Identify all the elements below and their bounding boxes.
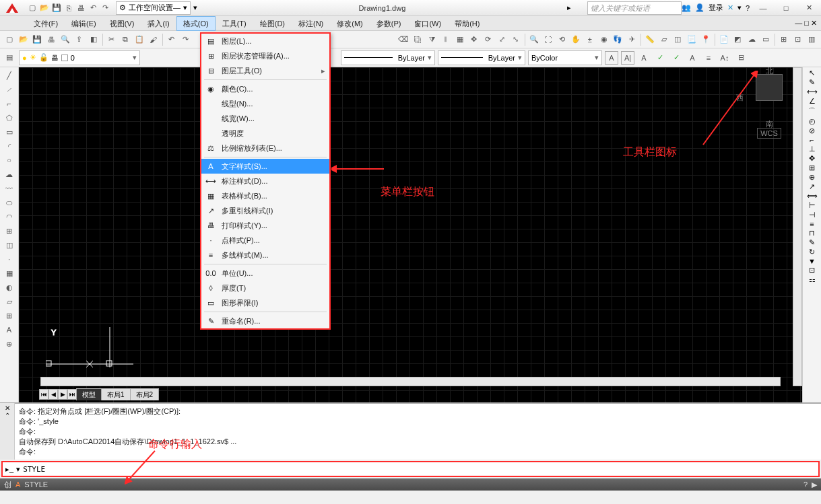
menu-item-textstyle[interactable]: A文字样式(S)... bbox=[201, 159, 329, 174]
table-icon[interactable]: ⊞ bbox=[2, 309, 17, 322]
minimize-button[interactable]: — bbox=[754, 1, 773, 15]
revcloud-icon[interactable]: ☁ bbox=[2, 168, 17, 181]
spline-icon[interactable]: 〰 bbox=[2, 182, 17, 195]
menu-item-rename[interactable]: ✎重命名(R)... bbox=[201, 314, 329, 328]
walk-icon[interactable]: 👣 bbox=[611, 32, 624, 47]
new-icon[interactable]: ▢ bbox=[27, 3, 38, 13]
pline-icon[interactable]: ⌐ bbox=[2, 97, 17, 110]
r-radius-icon[interactable]: ◴ bbox=[809, 117, 816, 126]
scrollbar-horizontal[interactable] bbox=[40, 377, 781, 386]
menu-format[interactable]: 格式(O) bbox=[176, 16, 216, 31]
layer-props-icon[interactable]: ▤ bbox=[3, 51, 16, 65]
cmd-up-icon[interactable]: ⌃ bbox=[5, 412, 10, 419]
mtext-tb-icon[interactable]: A bbox=[605, 51, 618, 65]
menu-file[interactable]: 文件(F) bbox=[27, 16, 65, 31]
paste-tb-icon[interactable]: 📋 bbox=[133, 32, 146, 47]
zoom-rt-icon[interactable]: ± bbox=[583, 32, 597, 47]
copy-tb-icon[interactable]: ⧉ bbox=[119, 32, 132, 47]
login-label[interactable]: 登录 bbox=[709, 3, 723, 13]
tab-next-icon[interactable]: ▶ bbox=[58, 389, 67, 400]
menu-item-thickness[interactable]: ◊厚度(T) bbox=[201, 281, 329, 295]
pan-icon[interactable]: ✋ bbox=[569, 32, 583, 47]
print-icon[interactable]: 🖶 bbox=[75, 3, 86, 13]
menu-item-dimstyle[interactable]: ⟷标注样式(D)... bbox=[201, 174, 329, 188]
menu-draw[interactable]: 绘图(D) bbox=[253, 16, 292, 31]
tab-layout1[interactable]: 布局1 bbox=[101, 388, 131, 400]
workspace-dropdown[interactable]: ⚙ 工作空间设置— ▾ bbox=[116, 1, 191, 15]
signin-icon[interactable]: 👤 bbox=[695, 3, 704, 12]
infocenter-icon[interactable]: 👥 bbox=[682, 3, 691, 12]
arc-icon[interactable]: ◜ bbox=[2, 139, 17, 153]
saveas-icon[interactable]: ⎘ bbox=[63, 3, 74, 13]
cmd-chevron-icon[interactable]: ▾ bbox=[16, 465, 20, 474]
orbit-icon[interactable]: ◉ bbox=[597, 32, 611, 47]
cmd-close-icon[interactable]: ✕ bbox=[5, 404, 10, 412]
r-leader-icon[interactable]: ↗ bbox=[809, 182, 815, 191]
menu-parametric[interactable]: 参数(P) bbox=[370, 16, 408, 31]
menu-item-color[interactable]: ◉颜色(C)... bbox=[201, 81, 329, 96]
erase-tb-icon[interactable]: ⌫ bbox=[397, 32, 411, 47]
textscale-icon[interactable]: A↕ bbox=[718, 51, 731, 65]
r-pencil-icon[interactable]: ✎ bbox=[809, 78, 815, 87]
undo-icon[interactable]: ↶ bbox=[88, 3, 98, 13]
offset-tb-icon[interactable]: ⫴ bbox=[439, 32, 453, 47]
dc-tb-icon[interactable]: ⊡ bbox=[791, 32, 805, 47]
exchange-icon[interactable]: ✕ bbox=[727, 3, 733, 12]
r-dia-icon[interactable]: ⊘ bbox=[809, 127, 815, 135]
app-logo[interactable] bbox=[0, 0, 24, 16]
r-style-icon[interactable]: ⚏ bbox=[809, 275, 816, 284]
save-icon[interactable]: 💾 bbox=[51, 3, 62, 13]
region-tb-icon[interactable]: ◫ bbox=[671, 32, 685, 47]
close-button[interactable]: ✕ bbox=[799, 1, 818, 15]
mirror-tb-icon[interactable]: ⧩ bbox=[425, 32, 438, 47]
point-icon[interactable]: · bbox=[2, 252, 17, 266]
r-filter-icon[interactable]: ▼ bbox=[808, 257, 816, 265]
r-dim-icon[interactable]: ⟷ bbox=[807, 87, 818, 96]
preview-tb-icon[interactable]: 🔍 bbox=[59, 32, 72, 47]
block-icon[interactable]: ◫ bbox=[2, 238, 17, 252]
zoom-win-icon[interactable]: 🔍 bbox=[527, 32, 541, 47]
help-arrow-icon[interactable]: ▾ bbox=[737, 3, 742, 12]
menu-tools[interactable]: 工具(T) bbox=[216, 16, 253, 31]
ellipse-icon[interactable]: ⬭ bbox=[2, 196, 17, 209]
stretch-tb-icon[interactable]: ⤡ bbox=[509, 32, 523, 47]
r-edit-icon[interactable]: ✎ bbox=[809, 238, 815, 247]
viewcube-north[interactable]: 北 bbox=[766, 66, 773, 76]
array-tb-icon[interactable]: ▦ bbox=[453, 32, 467, 47]
menu-item-4[interactable]: 线型(N)... bbox=[201, 96, 329, 111]
r-jog-icon[interactable]: ⌐ bbox=[810, 136, 814, 144]
textcheck-icon[interactable]: ✓ bbox=[669, 51, 683, 65]
textjust-icon[interactable]: ⊟ bbox=[734, 51, 748, 65]
r-break-icon[interactable]: ⊓ bbox=[809, 229, 815, 238]
polygon-icon[interactable]: ⬠ bbox=[2, 111, 17, 124]
r-cross-icon[interactable]: ✥ bbox=[809, 154, 815, 163]
open-tb-icon[interactable]: 📂 bbox=[17, 32, 30, 47]
tab-prev-icon[interactable]: ◀ bbox=[48, 389, 58, 400]
tab-last-icon[interactable]: ⏭ bbox=[67, 389, 77, 400]
menu-item-scale[interactable]: ⚖比例缩放列表(E)... bbox=[201, 141, 329, 155]
new-tb-icon[interactable]: ▢ bbox=[3, 32, 16, 47]
tab-layout2[interactable]: 布局2 bbox=[130, 388, 160, 400]
r-arrow-icon[interactable]: ↖ bbox=[809, 69, 815, 77]
menu-item-6[interactable]: 透明度 bbox=[201, 126, 329, 141]
3ddwf-tb-icon[interactable]: ◧ bbox=[87, 32, 100, 47]
spellcheck-icon[interactable]: ✓ bbox=[653, 51, 667, 65]
match-tb-icon[interactable]: 🖌 bbox=[147, 32, 160, 47]
scrollbar-vertical[interactable] bbox=[793, 67, 802, 386]
r-base-icon[interactable]: ⊢ bbox=[809, 201, 816, 210]
id-tb-icon[interactable]: 📍 bbox=[699, 32, 713, 47]
rect-icon[interactable]: ▭ bbox=[2, 125, 17, 139]
menu-help[interactable]: 帮助(H) bbox=[448, 16, 486, 31]
status-help-icon[interactable]: ? bbox=[803, 480, 808, 489]
pdf-tb-icon[interactable]: 📄 bbox=[717, 32, 731, 47]
r-cont-icon[interactable]: ⊣ bbox=[809, 211, 816, 219]
r-angle-icon[interactable]: ∠ bbox=[809, 97, 816, 106]
tab-first-icon[interactable]: ⏮ bbox=[39, 389, 48, 400]
addsel-icon[interactable]: ⊕ bbox=[2, 337, 17, 351]
menu-insert[interactable]: 插入(I) bbox=[141, 16, 176, 31]
props-tb-icon[interactable]: ⊞ bbox=[777, 32, 791, 47]
textstyle2-icon[interactable]: A bbox=[637, 51, 651, 65]
plot-tb-icon[interactable]: 🖶 bbox=[44, 32, 58, 47]
lineweight-dropdown[interactable]: ByLayer ▾ bbox=[438, 50, 525, 65]
r-ord-icon[interactable]: ⊥ bbox=[809, 145, 816, 153]
